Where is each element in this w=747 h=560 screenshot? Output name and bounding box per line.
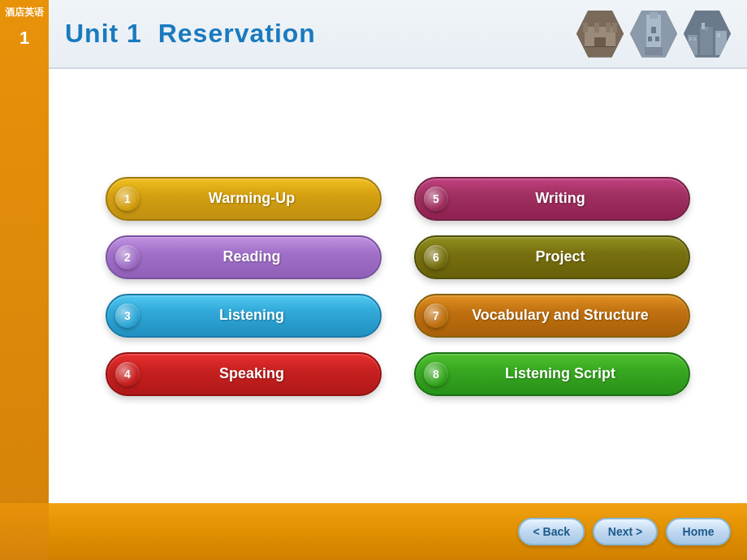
sidebar-number: 1 [19, 28, 29, 49]
buttons-right: 5 Writing 6 Project 7 Vocabulary and Str… [414, 177, 690, 396]
svg-rect-14 [655, 37, 659, 41]
svg-rect-22 [693, 37, 696, 41]
btn-number-1: 1 [115, 187, 140, 211]
reading-label: Reading [222, 248, 280, 265]
warmingup-button[interactable]: 1 Warming-Up [106, 177, 382, 221]
project-label: Project [535, 248, 585, 265]
svg-rect-12 [651, 27, 656, 33]
btn-number-2: 2 [115, 245, 140, 269]
unit-prefix: Unit 1 [65, 19, 158, 48]
header-image-tower [630, 11, 677, 58]
svg-rect-5 [612, 23, 617, 32]
svg-rect-16 [688, 35, 697, 55]
btn-number-4: 4 [115, 362, 140, 386]
bottom-navigation: < Back Next > Home [0, 503, 747, 560]
btn-number-5: 5 [424, 187, 448, 211]
reading-button[interactable]: 2 Reading [106, 235, 382, 279]
svg-rect-21 [689, 37, 692, 41]
header: Unit 1 Reservation [49, 0, 747, 69]
vocab-button[interactable]: 7 Vocabulary and Structure [414, 294, 690, 338]
header-image-castle [576, 11, 624, 58]
svg-rect-3 [594, 23, 599, 32]
svg-rect-17 [700, 27, 713, 55]
writing-button[interactable]: 5 Writing [414, 177, 690, 221]
svg-rect-19 [702, 23, 705, 29]
listening-label: Listening [219, 307, 284, 324]
page-title: Unit 1 Reservation [65, 19, 316, 49]
btn-number-7: 7 [424, 304, 448, 328]
header-images [576, 11, 731, 58]
svg-rect-20 [705, 27, 708, 31]
listening-button[interactable]: 3 Listening [106, 294, 382, 338]
svg-rect-23 [717, 33, 720, 37]
svg-rect-11 [645, 47, 663, 55]
btn-number-3: 3 [115, 304, 140, 328]
reservation-title: Reservation [158, 19, 316, 48]
svg-rect-7 [585, 46, 615, 47]
warmingup-label: Warming-Up [209, 190, 295, 207]
project-button[interactable]: 6 Project [414, 235, 690, 279]
vocab-label: Vocabulary and Structure [472, 307, 649, 324]
main-content: 1 Warming-Up 2 Reading 3 Listening 4 Spe… [49, 69, 747, 503]
next-button[interactable]: Next > [593, 518, 658, 545]
speaking-label: Speaking [219, 365, 284, 382]
home-button[interactable]: Home [666, 518, 731, 545]
svg-rect-6 [594, 37, 606, 47]
svg-rect-10 [650, 12, 658, 19]
svg-rect-4 [606, 23, 611, 32]
btn-number-8: 8 [424, 362, 448, 386]
script-label: Listening Script [505, 365, 615, 382]
btn-number-6: 6 [424, 245, 448, 269]
speaking-button[interactable]: 4 Speaking [106, 352, 382, 396]
bottom-sidebar-decoration [0, 503, 49, 560]
sidebar-title: 酒店英语 [5, 6, 44, 19]
writing-label: Writing [535, 190, 585, 207]
sidebar: 酒店英语 1 [0, 0, 49, 544]
svg-rect-2 [583, 23, 588, 32]
svg-rect-13 [648, 37, 652, 41]
script-button[interactable]: 8 Listening Script [414, 352, 690, 396]
header-image-city [684, 11, 731, 58]
buttons-left: 1 Warming-Up 2 Reading 3 Listening 4 Spe… [106, 177, 382, 396]
back-button[interactable]: < Back [518, 518, 585, 545]
